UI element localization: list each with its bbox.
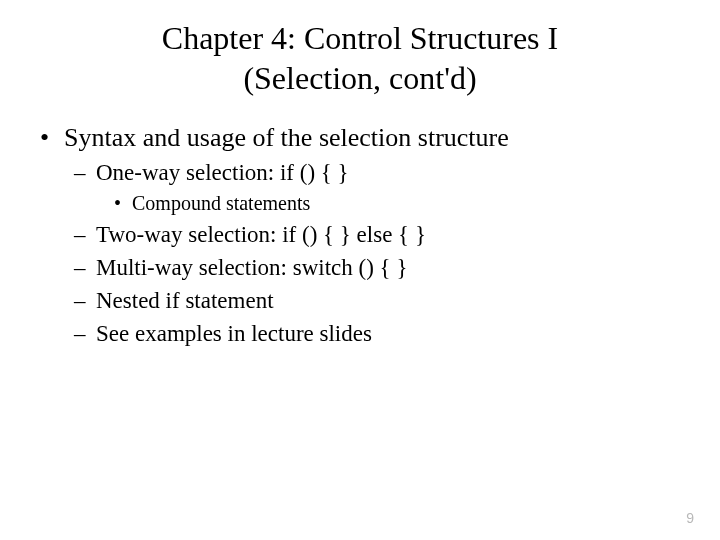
dash-icon: –	[74, 157, 96, 188]
bullet-level2: –Nested if statement	[74, 285, 680, 316]
bullet-dot-icon: •	[114, 190, 132, 217]
bullet-level2: –Two-way selection: if () { } else { }	[74, 219, 680, 250]
title-line-2: (Selection, cont'd)	[243, 60, 476, 96]
bullet-text: Syntax and usage of the selection struct…	[64, 123, 509, 152]
dash-icon: –	[74, 219, 96, 250]
bullet-text: Multi-way selection: switch () { }	[96, 255, 407, 280]
bullet-level3: •Compound statements	[114, 190, 680, 217]
bullet-text: Compound statements	[132, 192, 310, 214]
bullet-level2: –One-way selection: if () { }	[74, 157, 680, 188]
bullet-text: See examples in lecture slides	[96, 321, 372, 346]
bullet-dot-icon: •	[40, 120, 64, 155]
bullet-level1: •Syntax and usage of the selection struc…	[40, 120, 680, 155]
title-line-1: Chapter 4: Control Structures I	[162, 20, 558, 56]
slide-title: Chapter 4: Control Structures I (Selecti…	[40, 18, 680, 98]
bullet-level2: –See examples in lecture slides	[74, 318, 680, 349]
page-number: 9	[686, 510, 694, 526]
bullet-level2: –Multi-way selection: switch () { }	[74, 252, 680, 283]
dash-icon: –	[74, 318, 96, 349]
bullet-text: Two-way selection: if () { } else { }	[96, 222, 426, 247]
bullet-text: One-way selection: if () { }	[96, 160, 349, 185]
bullet-text: Nested if statement	[96, 288, 274, 313]
dash-icon: –	[74, 285, 96, 316]
slide: Chapter 4: Control Structures I (Selecti…	[0, 0, 720, 540]
dash-icon: –	[74, 252, 96, 283]
